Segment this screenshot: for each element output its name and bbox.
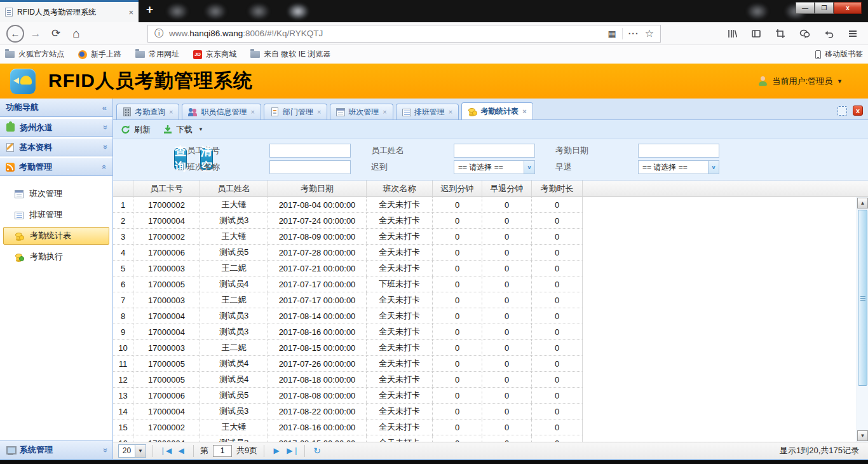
table-row[interactable]: 717000003王二妮2017-07-17 00:00:00全天未打卡000 [113,292,583,308]
bookmark-item[interactable]: 新手上路 [78,49,121,60]
sidebar-group-basic[interactable]: 基本资料 « [0,138,112,156]
chevron-down-icon[interactable]: « [102,142,107,152]
table-row[interactable]: 1617000004测试员32017-08-15 00:00:00全天未打卡00… [113,435,583,442]
tab-close-icon[interactable]: × [128,8,133,17]
screenshot-icon[interactable] [770,24,790,43]
card-input[interactable] [269,144,351,158]
tab-close-icon[interactable]: × [169,108,173,116]
bookmark-item-mobile[interactable]: 移动版书签 [815,49,863,60]
reload-grid-icon[interactable]: ↻ [311,446,323,456]
scroll-up-icon[interactable]: ▲ [857,198,868,208]
page-size-combo[interactable]: 20 ▼ [118,444,146,458]
tab-close-icon[interactable]: × [449,108,452,116]
site-info-icon[interactable]: ⓘ [154,28,163,39]
tab-shift[interactable]: 班次管理× [330,104,393,119]
table-row[interactable]: 517000003王二妮2017-07-21 00:00:00全天未打卡000 [113,261,583,276]
first-page-button[interactable]: ❘◀ [159,446,171,455]
url-bar[interactable]: ⓘ www.hanqi86.wang:8006/#!/Kq/RYKQTJ ▦ ·… [147,25,661,43]
table-row[interactable]: 1017000003王二妮2017-08-15 00:00:00全天未打卡000 [113,340,583,356]
qr-code-icon[interactable]: ▦ [607,29,616,39]
chevron-down-icon[interactable]: « [102,446,107,455]
bookmark-item[interactable]: 来自 微软 IE 浏览器 [250,49,330,60]
tab-attendance-query[interactable]: 考勤查询× [116,104,179,119]
new-tab-button[interactable]: + [146,3,153,17]
sidebar-toggle-icon[interactable] [746,24,766,43]
column-header[interactable]: 早退分钟 [482,181,532,196]
table-row[interactable]: 217000004测试员32017-07-24 00:00:00全天未打卡000 [113,213,583,229]
early-select[interactable]: == 请选择 ==v [638,160,719,174]
query-button[interactable]: 查询 [174,148,187,170]
column-header[interactable]: 班次名称 [367,181,433,196]
restore-button[interactable]: ❐ [815,2,834,14]
late-select[interactable]: == 请选择 ==v [454,160,535,174]
tab-close-icon[interactable]: × [317,108,321,116]
bookmark-star-icon[interactable]: ☆ [645,27,654,39]
tab-close-icon[interactable]: × [522,107,526,115]
collapse-panel-icon[interactable]: « [102,103,107,113]
maximize-panel-icon[interactable] [837,106,847,116]
download-button[interactable]: 下载 ▼ [163,124,203,135]
column-header[interactable]: 考勤日期 [268,181,367,196]
vertical-scrollbar[interactable]: ▲ ▼ [857,197,868,442]
scrollbar-thumb[interactable] [858,210,867,386]
close-panel-icon[interactable]: x [853,106,863,116]
table-row[interactable]: 1517000002王大锤2017-08-16 00:00:00全天未打卡000 [113,420,583,435]
browser-tab[interactable]: RFID人员考勤管理系统 × [0,0,139,22]
date-input[interactable] [638,144,719,158]
sidebar-group-system[interactable]: 系统管理 « [0,440,112,459]
sidebar-item-statistics[interactable]: 考勤统计表 [3,227,109,245]
sidebar-item-execute[interactable]: 考勤执行 [3,248,109,266]
last-page-button[interactable]: ▶❘ [287,446,298,455]
page-actions-icon[interactable]: ··· [628,29,639,39]
column-header[interactable]: 迟到分钟 [433,181,482,196]
reload-button[interactable]: ⟳ [46,24,66,43]
chat-icon[interactable] [794,24,815,43]
chevron-down-icon[interactable]: « [102,123,107,132]
tab-statistics[interactable]: 考勤统计表× [461,102,532,119]
table-row[interactable]: 317000002王大锤2017-08-09 00:00:00全天未打卡000 [113,229,583,245]
home-button[interactable]: ⌂ [66,24,86,43]
column-header[interactable]: 考勤时长 [532,181,583,196]
sidebar-group-attendance[interactable]: 考勤管理 « [0,158,112,176]
next-page-button[interactable]: ▶ [271,446,282,455]
table-row[interactable]: 417000006测试员52017-07-28 00:00:00全天未打卡000 [113,245,583,261]
close-button[interactable]: x [834,2,862,14]
url-text[interactable]: www.hanqi86.wang:8006/#!/Kq/RYKQTJ [169,29,602,38]
tab-schedule[interactable]: 排班管理× [396,104,459,119]
sidebar-item-shift[interactable]: 班次管理 [3,185,109,203]
name-input[interactable] [454,144,535,158]
table-row[interactable]: 617000005测试员42017-07-17 00:00:00下班未打卡000 [113,276,583,292]
minimize-button[interactable]: — [796,2,815,14]
menu-icon[interactable] [843,24,863,43]
table-row[interactable]: 1417000004测试员32017-08-22 00:00:00全天未打卡00… [113,404,583,420]
page-number-input[interactable] [213,445,232,457]
bookmark-item[interactable]: 火狐官方站点 [5,49,64,60]
forward-button[interactable]: → [25,24,46,43]
tab-close-icon[interactable]: × [250,108,254,116]
tab-department[interactable]: 部门管理× [264,104,327,119]
column-header[interactable]: 员工姓名 [200,181,268,196]
table-row[interactable]: 1217000005测试员42017-08-18 00:00:00全天未打卡00… [113,372,583,388]
undo-icon[interactable] [818,24,839,43]
table-row[interactable]: 1117000005测试员42017-07-26 00:00:00全天未打卡00… [113,356,583,372]
table-row[interactable]: 817000004测试员32017-08-14 00:00:00全天未打卡000 [113,308,583,324]
current-user-menu[interactable]: 当前用户:管理员 ▼ [758,76,843,87]
current-user-label: 当前用户:管理员 [772,76,832,87]
shift-input[interactable] [269,160,351,174]
table-row[interactable]: 917000004测试员32017-08-16 00:00:00全天未打卡000 [113,324,583,340]
chevron-up-icon[interactable]: « [102,162,107,172]
scroll-down-icon[interactable]: ▼ [857,430,868,441]
table-row[interactable]: 117000002王大锤2017-08-04 00:00:00全天未打卡000 [113,197,583,213]
library-icon[interactable] [722,24,742,43]
bookmark-item[interactable]: JD京东商城 [193,49,236,60]
prev-page-button[interactable]: ◀ [175,446,187,455]
bookmark-item[interactable]: 常用网址 [135,49,179,60]
column-header[interactable]: 员工卡号 [133,181,200,196]
sidebar-item-schedule[interactable]: 排班管理 [3,206,109,224]
table-row[interactable]: 1317000006测试员52017-08-08 00:00:00全天未打卡00… [113,388,583,404]
refresh-button[interactable]: 刷新 [121,124,151,135]
sidebar-group-yangzhou[interactable]: 扬州永道 « [0,118,112,137]
back-button[interactable]: ← [5,24,25,43]
tab-staff-info[interactable]: 职员信息管理× [182,104,261,119]
tab-close-icon[interactable]: × [383,108,386,116]
